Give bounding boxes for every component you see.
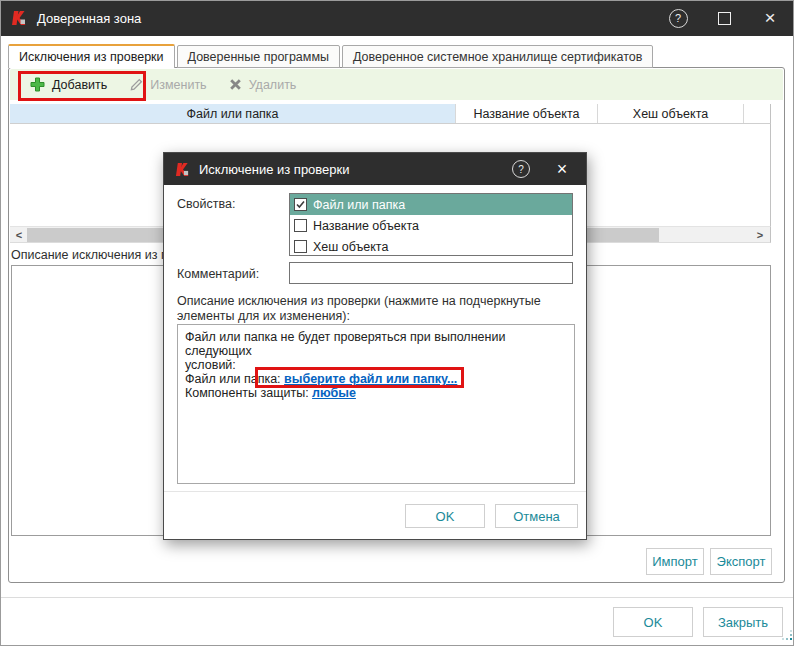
help-icon: ? [669, 9, 688, 28]
properties-listbox: Файл или папка Название объекта Хеш объе… [289, 193, 573, 256]
table-header: Файл или папка Название объекта Хеш объе… [10, 104, 771, 124]
export-button[interactable]: Экспорт [710, 548, 772, 575]
tab-scan-exclusions[interactable]: Исключения из проверки [8, 44, 175, 68]
help-button[interactable]: ? [656, 0, 700, 36]
comment-label: Комментарий: [177, 267, 259, 281]
column-header-object-name[interactable]: Название объекта [456, 104, 598, 123]
close-window-button[interactable]: Закрыть [703, 607, 783, 637]
plus-icon [30, 77, 45, 92]
help-icon: ? [512, 160, 530, 178]
add-button[interactable]: Добавить [19, 69, 118, 100]
resize-grip[interactable] [781, 627, 793, 645]
delete-button[interactable]: Удалить [218, 69, 308, 100]
toolbar: Добавить Изменить Удалить [10, 69, 783, 100]
titlebar: Доверенная зона ? × [0, 0, 794, 36]
protection-components-prefix: Компоненты защиты: [185, 386, 312, 400]
description-line: Файл или папка: выберите файл или папку.… [185, 372, 567, 386]
dialog-description-box: Файл или папка не будет проверяться при … [177, 324, 575, 484]
select-file-or-folder-link[interactable]: выберите файл или папку... [284, 372, 457, 386]
column-header-object-hash[interactable]: Хеш объекта [598, 104, 744, 123]
window-title: Доверенная зона [37, 11, 141, 26]
maximize-button[interactable] [702, 0, 746, 36]
pencil-icon [129, 78, 143, 92]
checkbox-checked-icon[interactable] [294, 198, 307, 211]
import-button[interactable]: Импорт [646, 548, 704, 575]
dialog-title: Исключение из проверки [199, 162, 350, 177]
close-button[interactable]: × [748, 0, 792, 36]
description-line: Компоненты защиты: любые [185, 386, 567, 400]
tab-trusted-cert-store[interactable]: Доверенное системное хранилище сертифика… [342, 45, 653, 68]
property-item-label: Название объекта [313, 219, 419, 233]
add-button-label: Добавить [52, 78, 107, 92]
edit-button-label: Изменить [150, 78, 206, 92]
dialog-ok-button[interactable]: OK [405, 504, 485, 528]
property-item-label: Хеш объекта [313, 240, 388, 254]
dialog-description-label: Описание исключения из проверки (нажмите… [177, 294, 579, 324]
dialog-close-button[interactable]: × [544, 153, 580, 185]
maximize-icon [718, 12, 731, 25]
dialog-cancel-button[interactable]: Отмена [495, 504, 578, 528]
exclusion-description-label: Описание исключения из проверки (нажмите… [11, 248, 164, 262]
tab-trusted-programs[interactable]: Доверенные программы [177, 45, 340, 68]
description-line: Файл или папка не будет проверяться при … [185, 330, 567, 358]
dialog-titlebar: Исключение из проверки ? × [164, 153, 586, 185]
property-item-object-name[interactable]: Название объекта [290, 215, 572, 236]
edit-button[interactable]: Изменить [118, 69, 217, 100]
ok-button[interactable]: OK [613, 607, 693, 637]
comment-input[interactable] [289, 262, 573, 284]
tab-bar: Исключения из проверки Доверенные програ… [8, 44, 655, 68]
column-header-file-or-folder[interactable]: Файл или папка [10, 104, 456, 123]
kaspersky-logo-icon [11, 10, 27, 26]
dialog-separator [164, 491, 586, 492]
checkbox-unchecked-icon[interactable] [294, 240, 307, 253]
kaspersky-logo-icon [175, 162, 190, 177]
exclusion-dialog: Исключение из проверки ? × Свойства: Фай… [163, 152, 587, 540]
any-components-link[interactable]: любые [312, 386, 356, 400]
delete-x-icon [229, 78, 242, 91]
bottom-separator [0, 597, 794, 598]
file-or-folder-prefix: Файл или папка: [185, 372, 284, 386]
description-line: условий: [185, 358, 567, 372]
column-header-empty [744, 104, 770, 123]
properties-label: Свойства: [177, 197, 235, 211]
scroll-right-icon[interactable]: > [752, 227, 768, 242]
dialog-help-button[interactable]: ? [504, 153, 538, 185]
checkbox-unchecked-icon[interactable] [294, 219, 307, 232]
delete-button-label: Удалить [249, 78, 297, 92]
property-item-object-hash[interactable]: Хеш объекта [290, 236, 572, 257]
property-item-file-or-folder[interactable]: Файл или папка [290, 194, 572, 215]
property-item-label: Файл или папка [313, 198, 405, 212]
scroll-left-icon[interactable]: < [11, 227, 27, 242]
